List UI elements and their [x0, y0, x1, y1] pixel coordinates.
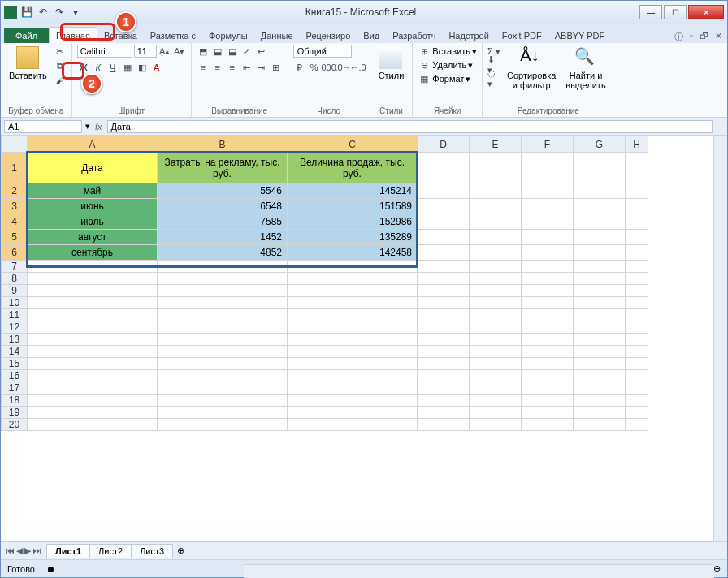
- row-header-16[interactable]: 16: [2, 370, 28, 382]
- save-icon[interactable]: 💾: [20, 6, 33, 19]
- sheet-first-icon[interactable]: ⏮: [6, 546, 15, 556]
- row-header-20[interactable]: 20: [2, 419, 28, 431]
- tab-file[interactable]: Файл: [4, 28, 49, 43]
- cut-icon[interactable]: ✂: [54, 45, 67, 58]
- decrease-indent-icon[interactable]: ⇤: [240, 61, 254, 74]
- row-header-2[interactable]: 2: [2, 183, 28, 199]
- number-format-select[interactable]: Общий: [293, 45, 352, 58]
- tab-review[interactable]: Рецензиро: [300, 28, 358, 43]
- row-header-8[interactable]: 8: [2, 273, 28, 285]
- underline-icon[interactable]: Ч: [106, 61, 119, 74]
- zoom-in-icon[interactable]: ⊕: [713, 563, 721, 574]
- col-header-B[interactable]: B: [158, 136, 288, 153]
- redo-icon[interactable]: ↷: [53, 6, 66, 19]
- align-middle-icon[interactable]: ⬓: [211, 45, 224, 58]
- macro-record-icon[interactable]: ⏺: [46, 564, 55, 574]
- sheet-next-icon[interactable]: ▶: [24, 546, 31, 556]
- tab-layout[interactable]: Разметка с: [144, 28, 202, 43]
- styles-button[interactable]: Стили: [375, 45, 408, 82]
- increase-decimal-icon[interactable]: .0→: [337, 61, 350, 74]
- select-all-corner[interactable]: [2, 136, 28, 153]
- window-restore-icon[interactable]: 🗗: [700, 31, 708, 43]
- new-sheet-icon[interactable]: ⊕: [172, 546, 189, 556]
- align-bottom-icon[interactable]: ⬓: [226, 45, 239, 58]
- insert-cells-button[interactable]: ⊕Вставить ▾: [418, 45, 477, 58]
- help-icon[interactable]: ⓘ: [674, 31, 683, 43]
- row-header-6[interactable]: 6: [2, 245, 28, 261]
- clear-icon[interactable]: ◌ ▾: [488, 72, 500, 85]
- format-cells-button[interactable]: ▦Формат ▾: [418, 72, 470, 85]
- row-header-4[interactable]: 4: [2, 214, 28, 230]
- tab-developer[interactable]: Разработч: [386, 28, 442, 43]
- col-header-H[interactable]: H: [626, 136, 648, 153]
- col-header-A[interactable]: A: [28, 136, 158, 153]
- shrink-font-icon[interactable]: A▾: [173, 45, 186, 58]
- formula-bar[interactable]: Дата: [107, 120, 713, 133]
- row-header-19[interactable]: 19: [2, 407, 28, 419]
- sheet-tab-2[interactable]: Лист2: [89, 544, 132, 558]
- name-box[interactable]: A1: [4, 120, 82, 133]
- row-header-7[interactable]: 7: [2, 261, 28, 273]
- sort-filter-button[interactable]: Å↓ Сортировка и фильтр: [504, 45, 559, 92]
- col-header-F[interactable]: F: [522, 136, 574, 153]
- align-top-icon[interactable]: ⬒: [197, 45, 210, 58]
- row-header-14[interactable]: 14: [2, 346, 28, 358]
- currency-icon[interactable]: ₽: [293, 61, 306, 74]
- font-name-select[interactable]: Calibri: [77, 45, 132, 58]
- worksheet-grid[interactable]: A B C D E F G H 1 Дата Затраты на реклам…: [1, 136, 727, 541]
- tab-abbyy[interactable]: ABBYY PDF: [548, 28, 612, 43]
- grow-font-icon[interactable]: A▴: [158, 45, 171, 58]
- col-header-C[interactable]: C: [288, 136, 418, 153]
- minimize-button[interactable]: —: [639, 5, 662, 19]
- row-header-18[interactable]: 18: [2, 395, 28, 407]
- fill-color-icon[interactable]: ◧: [136, 61, 149, 74]
- undo-icon[interactable]: ↶: [37, 6, 50, 19]
- delete-cells-button[interactable]: ⊖Удалить ▾: [418, 58, 473, 71]
- row-header-15[interactable]: 15: [2, 358, 28, 370]
- sheet-tab-3[interactable]: Лист3: [131, 544, 173, 558]
- font-color-icon[interactable]: A: [150, 61, 163, 74]
- ribbon-minimize-icon[interactable]: ▫: [690, 31, 693, 43]
- align-right-icon[interactable]: ≡: [226, 61, 239, 74]
- qat-dropdown-icon[interactable]: ▾: [69, 6, 82, 19]
- row-header-12[interactable]: 12: [2, 321, 28, 334]
- decrease-decimal-icon[interactable]: ←.0: [352, 61, 365, 74]
- row-header-1[interactable]: 1: [2, 153, 28, 183]
- horizontal-scrollbar[interactable]: [244, 564, 714, 578]
- sheet-last-icon[interactable]: ⏭: [32, 546, 41, 556]
- sheet-prev-icon[interactable]: ◀: [16, 546, 23, 556]
- border-icon[interactable]: ▦: [121, 61, 134, 74]
- orientation-icon[interactable]: ⤢: [240, 45, 254, 58]
- sheet-tab-1[interactable]: Лист1: [46, 544, 90, 558]
- tab-foxit[interactable]: Foxit PDF: [496, 28, 548, 43]
- merge-icon[interactable]: ⊞: [270, 61, 283, 74]
- find-select-button[interactable]: 🔍 Найти и выделить: [562, 45, 609, 92]
- font-size-select[interactable]: 11: [134, 45, 157, 58]
- maximize-button[interactable]: ☐: [664, 5, 687, 19]
- row-header-11[interactable]: 11: [2, 309, 28, 321]
- col-header-G[interactable]: G: [574, 136, 626, 153]
- comma-icon[interactable]: 000: [323, 61, 336, 74]
- increase-indent-icon[interactable]: ⇥: [255, 61, 268, 74]
- col-header-D[interactable]: D: [418, 136, 470, 153]
- align-left-icon[interactable]: ≡: [197, 61, 210, 74]
- close-button[interactable]: ✕: [688, 5, 724, 19]
- percent-icon[interactable]: %: [308, 61, 321, 74]
- paste-button[interactable]: Вставить: [6, 45, 50, 82]
- row-header-17[interactable]: 17: [2, 382, 28, 395]
- wrap-text-icon[interactable]: ↩: [255, 45, 268, 58]
- row-header-5[interactable]: 5: [2, 230, 28, 245]
- row-header-3[interactable]: 3: [2, 199, 28, 214]
- vertical-scrollbar[interactable]: [713, 136, 727, 541]
- fx-icon[interactable]: fx: [90, 122, 107, 132]
- row-header-13[interactable]: 13: [2, 334, 28, 346]
- tab-view[interactable]: Вид: [357, 28, 386, 43]
- col-header-E[interactable]: E: [470, 136, 522, 153]
- row-header-9[interactable]: 9: [2, 285, 28, 297]
- row-header-10[interactable]: 10: [2, 297, 28, 309]
- window-close-icon[interactable]: ✕: [715, 31, 722, 43]
- tab-addins[interactable]: Надстрой: [442, 28, 495, 43]
- italic-icon[interactable]: К: [92, 61, 105, 74]
- tab-data[interactable]: Данные: [254, 28, 300, 43]
- tab-formulas[interactable]: Формулы: [202, 28, 254, 43]
